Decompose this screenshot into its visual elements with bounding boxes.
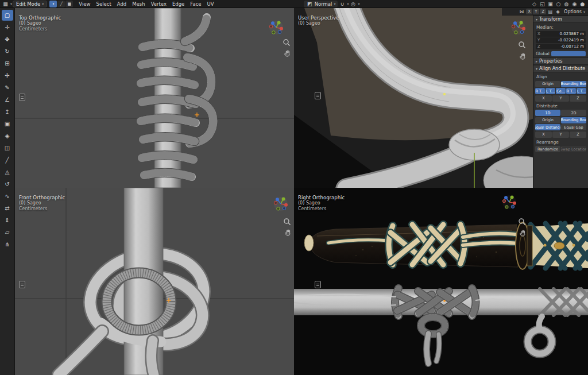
align-x-button[interactable]: X (535, 95, 552, 102)
global-toggle[interactable] (551, 51, 586, 56)
move-tool[interactable]: ✥ (2, 34, 13, 45)
align-panel-header[interactable]: ▾ Align And Distribute (533, 65, 588, 72)
properties-panel-header[interactable]: ▸ Properties (533, 57, 588, 65)
distribute-2d-button[interactable]: 2D (561, 110, 586, 116)
spin-tool[interactable]: ↺ (2, 179, 13, 190)
viewport-canvas-top-orthographic[interactable] (15, 8, 294, 188)
transform-tool[interactable]: ✢ (2, 70, 13, 81)
pan-hand-icon[interactable] (519, 229, 527, 237)
zoom-icon[interactable] (283, 38, 291, 46)
viewport-menu-icon[interactable] (19, 281, 25, 288)
smooth-tool[interactable]: ∿ (2, 191, 13, 202)
viewport-canvas-front-orthographic[interactable] (15, 188, 294, 375)
menu-item[interactable]: UV (204, 1, 217, 7)
menu-item[interactable]: Vertex (148, 1, 169, 7)
mirror-y-toggle[interactable]: Y (533, 9, 539, 14)
editor-type-caret-icon[interactable]: ▾ (10, 2, 12, 6)
align-z-button[interactable]: Z (570, 95, 586, 102)
equal-distance-button[interactable]: Equal Distance (535, 124, 560, 130)
toggle-xray-icon[interactable]: ▣ (547, 1, 554, 7)
show-gizmos-icon[interactable]: ◇ (531, 1, 538, 7)
pan-hand-icon[interactable] (284, 228, 292, 236)
viewport-top-left[interactable]: Top Orthographic (0) Sageo Centimeters (15, 8, 294, 188)
bevel-tool[interactable]: ◈ (2, 130, 13, 141)
shading-material-icon[interactable]: ◉ (571, 1, 578, 7)
edge-slide-tool[interactable]: ⇄ (2, 203, 13, 214)
scale-tool[interactable]: ⊞ (2, 58, 13, 69)
menu-item[interactable]: Face (187, 1, 204, 7)
menu-item[interactable]: Mesh (129, 1, 148, 7)
zoom-icon[interactable] (283, 217, 291, 225)
snap-caret-icon[interactable]: ▾ (347, 2, 349, 6)
align-relative-2-button[interactable]: L T... (546, 88, 555, 94)
menu-item[interactable]: Add (114, 1, 129, 7)
viewport-menu-icon[interactable] (19, 94, 25, 101)
align-bounding-box-button[interactable]: Bounding Box (561, 81, 586, 87)
viewport-bottom-right[interactable]: Right Orthographic (0) Sageo Centimeters (294, 188, 588, 375)
viewport-canvas-right-orthographic[interactable] (294, 188, 588, 375)
extrude-region-tool[interactable]: ↥ (2, 106, 13, 117)
annotate-tool[interactable]: ✎ (2, 82, 13, 93)
equal-gap-button[interactable]: Equal Gap (561, 124, 586, 130)
align-relative-1-button[interactable]: R T... (535, 88, 545, 94)
transform-panel-header[interactable]: ▾ Transform (533, 16, 588, 23)
align-relative-4-button[interactable]: R T... (566, 88, 576, 94)
align-y-button[interactable]: Y (552, 95, 569, 102)
pan-hand-icon[interactable] (519, 52, 527, 60)
distribute-y-button[interactable]: Y (552, 132, 569, 138)
cursor-tool[interactable]: ✛ (2, 22, 13, 33)
distribute-1d-button[interactable]: 1D (535, 110, 560, 116)
loop-cut-tool[interactable]: ◫ (2, 142, 13, 153)
menu-item[interactable]: Edge (169, 1, 187, 7)
median-x-field[interactable]: X 0.023867 m (536, 31, 586, 37)
navigation-gizmo[interactable] (273, 196, 288, 211)
falloff-icon[interactable]: ◈ (555, 8, 561, 15)
align-origin-button[interactable]: Origin (535, 81, 560, 87)
zoom-icon[interactable] (518, 40, 526, 48)
distribute-origin-button[interactable]: Origin (535, 117, 560, 123)
snap-target-icon[interactable]: ▤ (547, 8, 554, 15)
proportional-editing-icon[interactable]: ◎ (349, 1, 357, 7)
viewport-menu-icon[interactable] (315, 281, 321, 288)
distribute-z-button[interactable]: Z (570, 132, 586, 138)
shading-solid-icon[interactable]: ◍ (563, 1, 570, 7)
distribute-bounding-box-button[interactable]: Bounding Box (561, 117, 586, 123)
align-relative-3-button[interactable]: Ce... (556, 88, 566, 94)
shading-wireframe-icon[interactable]: ○ (555, 1, 562, 7)
rip-region-tool[interactable]: ⋔ (2, 239, 13, 250)
shear-tool[interactable]: ▱ (2, 227, 13, 238)
randomize-button[interactable]: Randomize (535, 146, 560, 152)
measure-tool[interactable]: ∠ (2, 94, 13, 105)
rotate-tool[interactable]: ↻ (2, 46, 13, 57)
navigation-gizmo[interactable] (502, 195, 517, 210)
mode-selector[interactable]: Edit Mode ▾ (13, 1, 47, 7)
median-y-field[interactable]: Y -0.022419 m (536, 37, 586, 43)
snap-magnet-icon[interactable]: ∪ (338, 1, 346, 7)
shading-rendered-icon[interactable]: ● (579, 1, 586, 7)
poly-build-tool[interactable]: ◬ (2, 167, 13, 177)
swap-location-button[interactable]: Swap Location (561, 146, 586, 152)
editor-type-icon[interactable]: ▦ (2, 1, 9, 7)
menu-item[interactable]: View (76, 1, 93, 7)
proportional-caret-icon[interactable]: ▾ (358, 2, 359, 6)
zoom-icon[interactable] (518, 217, 526, 225)
viewport-bottom-left[interactable]: Front Orthographic (0) Sageo Centimeters (15, 188, 294, 375)
options-dropdown[interactable]: Options ▾ (564, 9, 585, 14)
transform-orientation-selector[interactable]: ◩ Normal ▾ (304, 1, 338, 7)
shrink-fatten-tool[interactable]: ⇕ (2, 215, 13, 226)
mirror-x-toggle[interactable]: X (526, 9, 532, 14)
menu-item[interactable]: Select (94, 1, 114, 7)
navigation-gizmo[interactable] (511, 20, 526, 35)
navigation-gizmo[interactable] (269, 20, 284, 35)
mirror-icon[interactable]: ⋈ (519, 8, 525, 15)
knife-tool[interactable]: ╱ (2, 154, 13, 165)
select-box-tool[interactable]: ▢ (2, 10, 13, 21)
pan-hand-icon[interactable] (284, 49, 292, 57)
face-select-mode-button[interactable]: ■ (65, 1, 73, 7)
viewport-menu-icon[interactable] (315, 92, 321, 99)
edge-select-mode-button[interactable]: ╱ (57, 1, 65, 7)
inset-faces-tool[interactable]: ▣ (2, 118, 13, 129)
vertex-select-mode-button[interactable]: ∙ (49, 1, 57, 7)
show-overlays-icon[interactable]: ◱ (539, 1, 546, 7)
mirror-z-toggle[interactable]: Z (540, 9, 546, 14)
